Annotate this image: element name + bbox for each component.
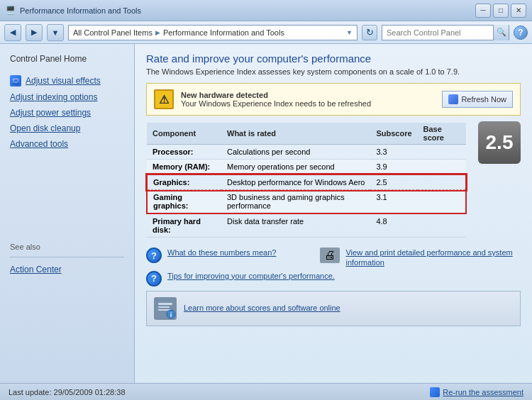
sidebar-item-power[interactable]: Adjust power settings: [0, 105, 134, 121]
dropdown-button[interactable]: ▼: [47, 24, 64, 41]
last-update: Last update: 29/05/2009 01:28:38: [9, 388, 126, 396]
printer-icon: 🖨: [320, 248, 340, 263]
restore-button[interactable]: □: [493, 4, 509, 18]
cell-subscore: 3.3: [370, 145, 417, 160]
cell-component: Memory (RAM):: [147, 160, 221, 175]
alert-text: New hardware detected Your Windows Exper…: [181, 91, 435, 108]
table-row: Processor: Calculations per second 3.3: [147, 145, 466, 160]
links-section: ? What do these numbers mean? 🖨 View and…: [146, 248, 521, 268]
col-rated: What is rated: [221, 123, 370, 145]
main-layout: Control Panel Home 🛡 Adjust visual effec…: [0, 44, 532, 383]
shield-icon: 🛡: [10, 75, 21, 87]
page-subtitle: The Windows Experience Index assesses ke…: [146, 67, 521, 76]
cell-component: Graphics:: [147, 174, 221, 190]
info-box: i Learn more about scores and software o…: [146, 291, 521, 326]
window-icon: 🖥️: [6, 6, 16, 15]
title-bar-controls: ─ □ ✕: [475, 4, 526, 18]
close-button[interactable]: ✕: [511, 4, 526, 18]
table-row-highlighted-top: Graphics: Desktop performance for Window…: [147, 174, 466, 190]
cell-basescore: [418, 213, 466, 238]
sidebar-item-disk-cleanup[interactable]: Open disk cleanup: [0, 121, 134, 136]
back-button[interactable]: ◀: [4, 24, 21, 41]
link-item-1: ? What do these numbers mean?: [146, 248, 313, 268]
cell-subscore: 2.5: [370, 174, 417, 190]
sidebar-item-advanced-tools[interactable]: Advanced tools: [0, 136, 134, 152]
info-icon: i: [154, 297, 177, 320]
col-basescore: Base score: [418, 123, 466, 145]
alert-box: ⚠ New hardware detected Your Windows Exp…: [146, 83, 521, 116]
sidebar-divider: [10, 257, 124, 257]
nav-refresh-button[interactable]: ↻: [362, 25, 377, 40]
address-dropdown[interactable]: ▼: [346, 29, 353, 36]
cell-rated: Disk data transfer rate: [221, 213, 370, 238]
refresh-now-button[interactable]: Refresh Now: [442, 91, 513, 108]
table-row-highlighted-bottom: Gaming graphics: 3D business and gaming …: [147, 190, 466, 214]
refresh-icon: [448, 94, 458, 104]
warning-icon: ⚠: [154, 89, 174, 109]
link-item-2: ? Tips for improving your computer's per…: [146, 271, 521, 287]
window-title: Performance Information and Tools: [20, 6, 141, 15]
links-section-2: ? Tips for improving your computer's per…: [146, 271, 521, 287]
rerun-icon: [430, 387, 440, 397]
link-print[interactable]: View and print detailed performance and …: [345, 248, 521, 268]
status-bar: Last update: 29/05/2009 01:28:38 Re-run …: [0, 383, 532, 400]
table-container: Component What is rated Subscore Base sc…: [146, 123, 467, 243]
cell-component: Processor:: [147, 145, 221, 160]
help-button[interactable]: ?: [514, 26, 528, 40]
cell-rated: Memory operations per second: [221, 160, 370, 175]
link-tips[interactable]: Tips for improving your computer's perfo…: [167, 271, 335, 281]
search-box: 🔍: [382, 25, 509, 40]
table-row: Primary hard disk: Disk data transfer ra…: [147, 213, 466, 238]
svg-rect-1: [158, 303, 172, 305]
cell-basescore: [418, 160, 466, 175]
performance-table: Component What is rated Subscore Base sc…: [146, 123, 467, 238]
cell-subscore: 3.9: [370, 160, 417, 175]
page-title: Rate and improve your computer's perform…: [146, 52, 521, 65]
base-score-badge: 2.5: [478, 121, 521, 164]
sidebar-label-visual-effects: Adjust visual effects: [26, 76, 101, 86]
address-bar: ◀ ▶ ▼ All Control Panel Items ▶ Performa…: [0, 21, 532, 44]
col-component: Component: [147, 123, 221, 145]
cell-subscore: 4.8: [370, 213, 417, 238]
search-button[interactable]: 🔍: [493, 25, 509, 40]
question-icon-1: ?: [146, 248, 162, 263]
cell-component: Primary hard disk:: [147, 213, 221, 238]
table-wrapper: Component What is rated Subscore Base sc…: [146, 123, 521, 243]
path-part1: All Control Panel Items: [73, 28, 153, 37]
svg-rect-2: [158, 306, 170, 308]
sidebar-item-indexing[interactable]: Adjust indexing options: [0, 89, 134, 105]
refresh-now-label: Refresh Now: [461, 95, 506, 104]
content-area: Rate and improve your computer's perform…: [135, 44, 532, 383]
path-part2: Performance Information and Tools: [163, 28, 284, 37]
info-link[interactable]: Learn more about scores and software onl…: [184, 303, 340, 313]
sidebar-item-action-center[interactable]: Action Center: [0, 262, 134, 277]
sidebar: Control Panel Home 🛡 Adjust visual effec…: [0, 44, 135, 383]
cell-basescore: [418, 145, 466, 160]
sidebar-home[interactable]: Control Panel Home: [0, 51, 134, 67]
table-row: Memory (RAM): Memory operations per seco…: [147, 160, 466, 175]
title-bar-left: 🖥️ Performance Information and Tools: [6, 6, 141, 15]
svg-text:i: i: [170, 311, 172, 318]
rerun-label: Re-run the assessment: [443, 388, 523, 396]
search-input[interactable]: [382, 28, 493, 37]
cell-basescore: [418, 174, 466, 190]
minimize-button[interactable]: ─: [475, 4, 491, 18]
address-path[interactable]: All Control Panel Items ▶ Performance In…: [68, 25, 358, 40]
cell-rated: Calculations per second: [221, 145, 370, 160]
sidebar-item-visual-effects[interactable]: 🛡 Adjust visual effects: [0, 72, 134, 89]
title-bar: 🖥️ Performance Information and Tools ─ □…: [0, 0, 532, 21]
alert-title: New hardware detected: [181, 91, 435, 99]
rerun-link[interactable]: Re-run the assessment: [430, 387, 523, 397]
cell-component: Gaming graphics:: [147, 190, 221, 214]
alert-body: Your Windows Experience Index needs to b…: [181, 99, 435, 108]
link-numbers[interactable]: What do these numbers mean?: [167, 248, 276, 257]
cell-basescore: [418, 190, 466, 214]
see-also-label: See also: [0, 237, 134, 252]
cell-rated: Desktop performance for Windows Aero: [221, 174, 370, 190]
cell-rated: 3D business and gaming graphics performa…: [221, 190, 370, 214]
forward-button[interactable]: ▶: [26, 24, 43, 41]
base-score-value: 2.5: [486, 133, 514, 152]
path-separator: ▶: [155, 29, 160, 36]
col-subscore: Subscore: [370, 123, 417, 145]
question-icon-2: ?: [146, 271, 162, 287]
